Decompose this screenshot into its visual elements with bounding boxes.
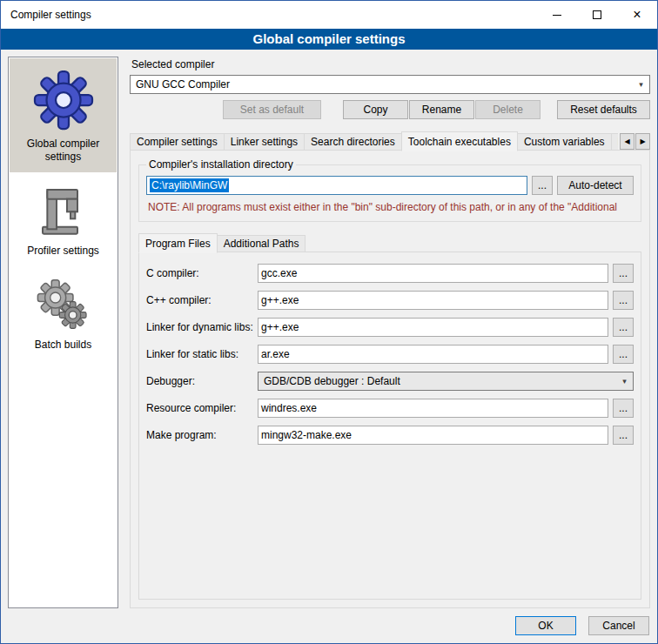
- sidebar-item-label: Batch builds: [35, 339, 91, 352]
- maximize-button[interactable]: [577, 1, 617, 29]
- arrow-left-icon: ◀: [624, 138, 629, 145]
- sidebar-item-batch-builds[interactable]: Batch builds: [10, 266, 117, 360]
- browse-button[interactable]: ...: [613, 291, 634, 310]
- titlebar: Compiler settings ×: [1, 1, 657, 29]
- settings-category-sidebar: Global compiler settings Profiler se: [8, 57, 118, 608]
- debugger-row: Debugger: GDB/CDB debugger : Default ▾: [146, 372, 634, 391]
- selected-compiler-dropdown[interactable]: GNU GCC Compiler ▾: [130, 75, 650, 94]
- resource-compiler-input[interactable]: windres.exe: [258, 399, 608, 418]
- installation-directory-value: C:\raylib\MinGW: [150, 178, 229, 192]
- browse-button[interactable]: ...: [613, 426, 634, 445]
- compiler-settings-dialog: Compiler settings × Global compiler sett…: [0, 0, 658, 644]
- set-as-default-button[interactable]: Set as default: [223, 100, 321, 119]
- sidebar-item-label: Profiler settings: [27, 245, 99, 258]
- tab-scroll-right-button[interactable]: ▶: [635, 133, 650, 150]
- dynamic-linker-label: Linker for dynamic libs:: [146, 321, 258, 333]
- cpp-compiler-input[interactable]: g++.exe: [258, 291, 608, 310]
- global-compiler-gear-icon: [32, 69, 95, 131]
- installation-directory-input[interactable]: C:\raylib\MinGW: [146, 176, 527, 195]
- toolchain-executables-panel: Compiler's installation directory C:\ray…: [130, 150, 650, 608]
- reset-defaults-button[interactable]: Reset defaults: [557, 100, 650, 119]
- tab-search-directories[interactable]: Search directories: [304, 133, 402, 151]
- selected-compiler-value: GNU GCC Compiler: [136, 78, 634, 91]
- tab-toolchain-executables[interactable]: Toolchain executables: [401, 131, 518, 151]
- sidebar-item-label: Global compiler settings: [12, 138, 114, 164]
- dynamic-linker-input[interactable]: g++.exe: [258, 318, 608, 337]
- minimize-button[interactable]: [537, 1, 577, 29]
- chevron-down-icon: ▾: [634, 80, 648, 89]
- tab-linker-settings[interactable]: Linker settings: [224, 133, 305, 151]
- make-program-input[interactable]: mingw32-make.exe: [258, 426, 608, 445]
- resource-compiler-row: Resource compiler: windres.exe ...: [146, 399, 634, 418]
- c-compiler-row: C compiler: gcc.exe ...: [146, 264, 634, 283]
- window-title: Compiler settings: [1, 9, 91, 21]
- subtab-additional-paths[interactable]: Additional Paths: [217, 235, 306, 252]
- copy-button[interactable]: Copy: [343, 100, 408, 119]
- browse-directory-button[interactable]: ...: [532, 176, 553, 195]
- make-program-row: Make program: mingw32-make.exe ...: [146, 426, 634, 445]
- resource-compiler-label: Resource compiler:: [146, 402, 258, 414]
- dialog-header: Global compiler settings: [1, 29, 657, 50]
- close-button[interactable]: ×: [617, 1, 657, 29]
- caption-buttons: ×: [537, 1, 657, 29]
- subtab-program-files[interactable]: Program Files: [138, 233, 218, 253]
- installation-directory-legend: Compiler's installation directory: [146, 158, 296, 171]
- static-linker-row: Linker for static libs: ar.exe ...: [146, 345, 634, 364]
- maximize-icon: [593, 10, 601, 19]
- debugger-label: Debugger:: [146, 375, 258, 387]
- cpp-compiler-label: C++ compiler:: [146, 294, 258, 306]
- browse-button[interactable]: ...: [613, 345, 634, 364]
- auto-detect-button[interactable]: Auto-detect: [557, 176, 634, 195]
- browse-button[interactable]: ...: [613, 399, 634, 418]
- main-pane: Selected compiler GNU GCC Compiler ▾ Set…: [130, 57, 650, 608]
- tab-scroll-buttons: ◀ ▶: [620, 133, 650, 150]
- cancel-button[interactable]: Cancel: [588, 616, 649, 635]
- chevron-down-icon: ▾: [618, 377, 631, 386]
- tab-custom-variables[interactable]: Custom variables: [517, 133, 612, 151]
- sidebar-item-global-compiler-settings[interactable]: Global compiler settings: [10, 58, 117, 172]
- bin-subdirectory-note: NOTE: All programs must exist either in …: [148, 201, 632, 213]
- selected-compiler-label: Selected compiler: [131, 58, 650, 70]
- debugger-dropdown[interactable]: GDB/CDB debugger : Default ▾: [258, 372, 634, 391]
- batch-builds-icon: [36, 277, 91, 332]
- make-program-label: Make program:: [146, 429, 258, 441]
- tab-compiler-settings[interactable]: Compiler settings: [130, 133, 225, 151]
- sidebar-item-profiler-settings[interactable]: Profiler settings: [10, 172, 117, 266]
- tab-scroll-left-button[interactable]: ◀: [620, 133, 634, 150]
- c-compiler-label: C compiler:: [146, 267, 258, 279]
- static-linker-label: Linker for static libs:: [146, 348, 258, 360]
- browse-button[interactable]: ...: [613, 318, 634, 337]
- debugger-value: GDB/CDB debugger : Default: [264, 375, 618, 387]
- installation-directory-row: C:\raylib\MinGW ... Auto-detect: [146, 176, 634, 195]
- tab-build-options-truncated[interactable]: Buil: [611, 133, 618, 151]
- installation-directory-group: Compiler's installation directory C:\ray…: [138, 158, 641, 222]
- ok-button[interactable]: OK: [515, 616, 576, 635]
- dialog-footer: OK Cancel: [515, 616, 649, 635]
- dialog-content: Global compiler settings Profiler se: [1, 50, 657, 643]
- program-files-tabstrip: Program Files Additional Paths: [138, 233, 641, 252]
- dynamic-linker-row: Linker for dynamic libs: g++.exe ...: [146, 318, 634, 337]
- profiler-icon: [36, 183, 91, 238]
- settings-tabstrip: Compiler settings Linker settings Search…: [130, 131, 650, 151]
- close-icon: ×: [633, 8, 641, 22]
- browse-button[interactable]: ...: [613, 264, 634, 283]
- program-files-panel: C compiler: gcc.exe ... C++ compiler: g+…: [138, 252, 641, 600]
- rename-button[interactable]: Rename: [409, 100, 474, 119]
- c-compiler-input[interactable]: gcc.exe: [258, 264, 608, 283]
- static-linker-input[interactable]: ar.exe: [258, 345, 608, 364]
- delete-button[interactable]: Delete: [475, 100, 540, 119]
- cpp-compiler-row: C++ compiler: g++.exe ...: [146, 291, 634, 310]
- minimize-icon: [553, 15, 561, 16]
- arrow-right-icon: ▶: [640, 138, 645, 145]
- compiler-actions: Set as default Copy Rename Delete Reset …: [130, 100, 650, 119]
